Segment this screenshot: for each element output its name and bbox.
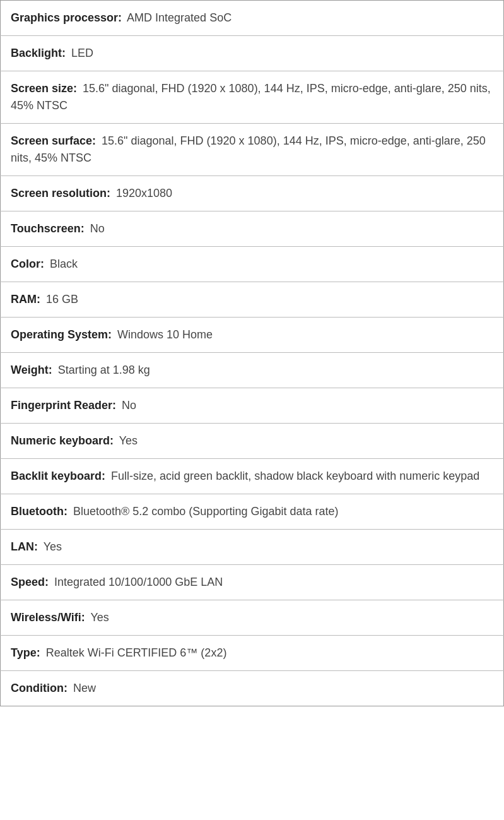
spec-row-backlit-keyboard: Backlit keyboard: Full-size, acid green …: [1, 459, 504, 494]
spec-value-graphics-processor: AMD Integrated SoC: [122, 11, 231, 24]
spec-cell-graphics-processor: Graphics processor: AMD Integrated SoC: [1, 1, 504, 36]
spec-value-weight: Starting at 1.98 kg: [52, 364, 150, 376]
spec-cell-touchscreen: Touchscreen: No: [1, 211, 504, 247]
spec-label-bluetooth: Bluetooth:: [11, 505, 67, 518]
spec-label-color: Color:: [11, 258, 44, 270]
spec-cell-lan: LAN: Yes: [1, 530, 504, 565]
spec-value-wireless-wifi: Yes: [85, 611, 109, 624]
spec-cell-fingerprint-reader: Fingerprint Reader: No: [1, 388, 504, 424]
spec-label-speed: Speed:: [11, 576, 49, 588]
spec-value-type: Realtek Wi-Fi CERTIFIED 6™ (2x2): [40, 646, 227, 659]
spec-label-operating-system: Operating System:: [11, 328, 112, 341]
spec-label-lan: LAN:: [11, 540, 38, 553]
spec-cell-wireless-wifi: Wireless/Wifi: Yes: [1, 600, 504, 636]
spec-cell-operating-system: Operating System: Windows 10 Home: [1, 318, 504, 353]
spec-cell-screen-surface: Screen surface: 15.6" diagonal, FHD (192…: [1, 124, 504, 176]
spec-value-speed: Integrated 10/100/1000 GbE LAN: [49, 576, 223, 588]
spec-cell-bluetooth: Bluetooth: Bluetooth® 5.2 combo (Support…: [1, 494, 504, 530]
spec-value-lan: Yes: [38, 540, 62, 553]
spec-value-ram: 16 GB: [40, 293, 78, 306]
spec-value-backlit-keyboard: Full-size, acid green backlit, shadow bl…: [105, 470, 479, 482]
spec-row-screen-size: Screen size: 15.6" diagonal, FHD (1920 x…: [1, 71, 504, 124]
spec-value-screen-size: 15.6" diagonal, FHD (1920 x 1080), 144 H…: [11, 82, 491, 112]
spec-row-weight: Weight: Starting at 1.98 kg: [1, 353, 504, 388]
spec-label-condition: Condition:: [11, 682, 67, 694]
spec-row-type: Type: Realtek Wi-Fi CERTIFIED 6™ (2x2): [1, 636, 504, 671]
spec-label-type: Type:: [11, 646, 40, 659]
spec-row-speed: Speed: Integrated 10/100/1000 GbE LAN: [1, 565, 504, 600]
spec-label-ram: RAM:: [11, 293, 40, 306]
spec-value-screen-resolution: 1920x1080: [110, 187, 172, 199]
spec-cell-condition: Condition: New: [1, 671, 504, 706]
spec-value-backlight: LED: [66, 47, 93, 59]
spec-cell-screen-resolution: Screen resolution: 1920x1080: [1, 176, 504, 211]
spec-label-touchscreen: Touchscreen:: [11, 222, 85, 235]
spec-row-fingerprint-reader: Fingerprint Reader: No: [1, 388, 504, 424]
spec-value-operating-system: Windows 10 Home: [112, 328, 213, 341]
spec-row-ram: RAM: 16 GB: [1, 282, 504, 318]
spec-row-graphics-processor: Graphics processor: AMD Integrated SoC: [1, 1, 504, 36]
spec-label-screen-size: Screen size:: [11, 82, 77, 95]
spec-row-screen-resolution: Screen resolution: 1920x1080: [1, 176, 504, 211]
spec-value-fingerprint-reader: No: [116, 399, 136, 412]
spec-row-touchscreen: Touchscreen: No: [1, 211, 504, 247]
spec-cell-backlight: Backlight: LED: [1, 36, 504, 71]
spec-cell-weight: Weight: Starting at 1.98 kg: [1, 353, 504, 388]
spec-row-bluetooth: Bluetooth: Bluetooth® 5.2 combo (Support…: [1, 494, 504, 530]
spec-label-backlit-keyboard: Backlit keyboard:: [11, 470, 105, 482]
spec-row-operating-system: Operating System: Windows 10 Home: [1, 318, 504, 353]
spec-row-numeric-keyboard: Numeric keyboard: Yes: [1, 424, 504, 459]
specs-table: Graphics processor: AMD Integrated SoCBa…: [0, 0, 504, 706]
spec-value-numeric-keyboard: Yes: [114, 434, 138, 447]
spec-value-condition: New: [67, 682, 96, 694]
spec-row-condition: Condition: New: [1, 671, 504, 706]
spec-row-color: Color: Black: [1, 247, 504, 282]
spec-row-lan: LAN: Yes: [1, 530, 504, 565]
spec-label-weight: Weight:: [11, 364, 52, 376]
spec-label-screen-surface: Screen surface:: [11, 134, 96, 147]
spec-row-backlight: Backlight: LED: [1, 36, 504, 71]
spec-cell-numeric-keyboard: Numeric keyboard: Yes: [1, 424, 504, 459]
spec-row-wireless-wifi: Wireless/Wifi: Yes: [1, 600, 504, 636]
spec-cell-backlit-keyboard: Backlit keyboard: Full-size, acid green …: [1, 459, 504, 494]
spec-value-bluetooth: Bluetooth® 5.2 combo (Supporting Gigabit…: [67, 505, 339, 518]
spec-cell-ram: RAM: 16 GB: [1, 282, 504, 318]
spec-label-numeric-keyboard: Numeric keyboard:: [11, 434, 114, 447]
spec-cell-speed: Speed: Integrated 10/100/1000 GbE LAN: [1, 565, 504, 600]
spec-label-fingerprint-reader: Fingerprint Reader:: [11, 399, 116, 412]
spec-label-screen-resolution: Screen resolution:: [11, 187, 110, 199]
spec-value-color: Black: [44, 258, 78, 270]
spec-cell-color: Color: Black: [1, 247, 504, 282]
spec-row-screen-surface: Screen surface: 15.6" diagonal, FHD (192…: [1, 124, 504, 176]
spec-value-touchscreen: No: [85, 222, 105, 235]
spec-label-backlight: Backlight:: [11, 47, 66, 59]
spec-cell-screen-size: Screen size: 15.6" diagonal, FHD (1920 x…: [1, 71, 504, 124]
spec-cell-type: Type: Realtek Wi-Fi CERTIFIED 6™ (2x2): [1, 636, 504, 671]
spec-label-graphics-processor: Graphics processor:: [11, 11, 122, 24]
spec-label-wireless-wifi: Wireless/Wifi:: [11, 611, 85, 624]
